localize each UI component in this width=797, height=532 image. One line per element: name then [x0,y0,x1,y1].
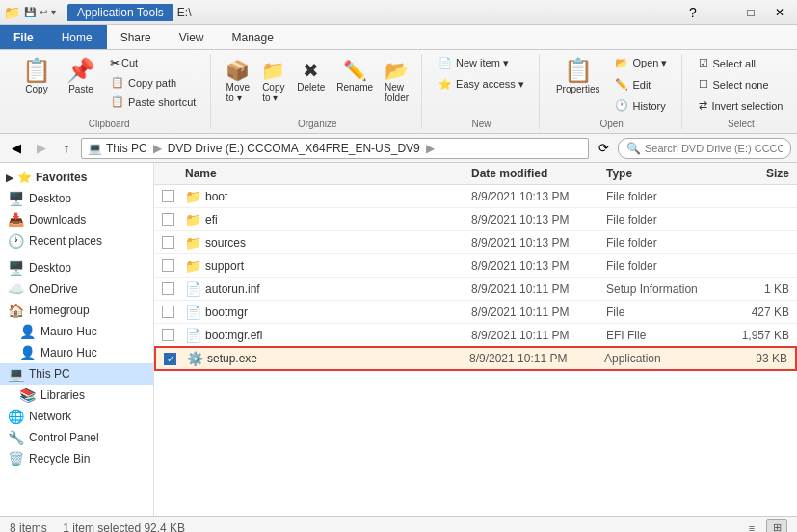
file-name-setup: ⚙️setup.exe [187,351,469,366]
tab-share[interactable]: Share [107,25,166,49]
open-button[interactable]: 📂 Open ▾ [608,54,674,72]
help-button[interactable]: ? [679,3,706,22]
maximize-button[interactable]: □ [737,3,764,22]
mauro1-label: Mauro Huc [40,325,97,338]
checkbox[interactable] [162,213,174,226]
table-row-selected[interactable]: ✓ ⚙️setup.exe 8/9/2021 10:11 PM Applicat… [154,346,797,371]
history-button[interactable]: 🕐 History [608,96,674,115]
table-row[interactable]: 📄bootmgr 8/9/2021 10:11 PM File 427 KB [154,301,797,324]
properties-button[interactable]: 📋 Properties [549,54,607,99]
row-check[interactable] [162,282,185,295]
file-date: 8/9/2021 10:11 PM [471,329,606,342]
table-row[interactable]: 📁support 8/9/2021 10:13 PM File folder [154,254,797,278]
sidebar-item-this-pc[interactable]: 💻 This PC [0,363,153,385]
copy-to-button[interactable]: 📁 Copyto ▾ [256,54,290,108]
table-row[interactable]: 📁boot 8/9/2021 10:13 PM File folder [154,185,797,208]
copy-button[interactable]: 📋 Copy [15,54,58,99]
minimize-button[interactable]: — [708,3,735,22]
path-this-pc: This PC [106,142,147,155]
checkbox[interactable] [162,306,174,318]
table-row[interactable]: 📄bootmgr.efi 8/9/2021 10:11 PM EFI File … [154,324,797,347]
header-name[interactable]: Name [185,167,471,180]
edit-button[interactable]: ✏️ Edit [608,75,674,93]
tab-view[interactable]: View [166,25,219,49]
copy-to-icon: 📁 [261,59,285,82]
invert-selection-button[interactable]: ⇄ Invert selection [692,96,789,115]
sidebar-item-mauro2[interactable]: 👤 Mauro Huc [0,342,153,363]
new-folder-button[interactable]: 📂 Newfolder [380,54,413,108]
status-item-count: 8 items 1 item selected 92.4 KB [10,521,185,533]
control-panel-label: Control Panel [29,431,99,444]
header-date[interactable]: Date modified [471,167,606,180]
sidebar-favorites-header[interactable]: ▶ ⭐ Favorites [0,167,153,188]
ribbon: File Home Share View Manage 📋 Copy 📌 Pas… [0,25,797,134]
sidebar-item-network[interactable]: 🌐 Network [0,406,153,427]
sidebar-item-control-panel[interactable]: 🔧 Control Panel [0,427,153,448]
copy-path-button[interactable]: 📋 Copy path [104,73,202,92]
mauro1-icon: 👤 [19,324,37,339]
new-item-button[interactable]: 📄 New item ▾ [432,54,531,72]
sidebar-item-onedrive[interactable]: ☁️ OneDrive [0,279,153,300]
control-panel-icon: 🔧 [8,430,25,445]
sidebar-item-homegroup[interactable]: 🏠 Homegroup [0,300,153,321]
row-check[interactable] [162,306,185,318]
paste-shortcut-button[interactable]: 📋 Paste shortcut [104,93,202,111]
forward-button[interactable]: ▶ [31,138,52,159]
delete-button[interactable]: ✖ Delete [292,54,330,97]
header-type[interactable]: Type [606,167,722,180]
checkbox[interactable] [162,282,174,295]
select-all-button[interactable]: ☑ Select all [692,54,789,72]
tab-manage[interactable]: Manage [219,25,288,49]
sidebar-item-libraries[interactable]: 📚 Libraries [0,385,153,406]
tab-home[interactable]: Home [48,25,107,49]
move-to-button[interactable]: 📦 Moveto ▾ [221,54,254,108]
organize-items: 📦 Moveto ▾ 📁 Copyto ▾ ✖ Delete ✏️ Rename… [221,54,413,115]
search-box[interactable]: 🔍 [618,138,791,159]
quick-access-icon1[interactable]: 💾 [24,7,36,17]
checkbox-checked[interactable]: ✓ [164,353,176,365]
cut-button[interactable]: ✂ ✂ Cut [104,54,202,72]
list-view-button[interactable]: ≡ [741,519,762,533]
checkbox[interactable] [162,259,174,272]
select-all-icon: ☑ [699,57,708,69]
table-row[interactable]: 📁sources 8/9/2021 10:13 PM File folder [154,231,797,254]
address-path[interactable]: 💻 This PC ▶ DVD Drive (E:) CCCOMA_X64FRE… [81,138,589,159]
rename-button[interactable]: ✏️ Rename [332,54,378,97]
row-check[interactable]: ✓ [164,353,187,365]
clipboard-label: Clipboard [89,117,130,129]
paste-button[interactable]: 📌 Paste [60,54,102,99]
sidebar-item-recycle-bin[interactable]: 🗑️ Recycle Bin [0,448,153,469]
select-none-button[interactable]: ☐ Select none [692,75,789,93]
checkbox[interactable] [162,236,174,249]
path-sep-2: ▶ [426,142,435,155]
sidebar: ▶ ⭐ Favorites 🖥️ Desktop 📥 Downloads 🕐 R… [0,163,154,516]
new-label: New [471,117,491,129]
quick-access-icon2[interactable]: ↩ [40,7,47,17]
detail-view-button[interactable]: ⊞ [766,519,787,533]
tab-file[interactable]: File [0,25,48,49]
sidebar-item-recent[interactable]: 🕐 Recent places [0,230,153,252]
sidebar-item-downloads[interactable]: 📥 Downloads [0,209,153,230]
checkbox[interactable] [162,190,174,202]
checkbox[interactable] [162,329,174,341]
row-check[interactable] [162,259,185,272]
file-icon: 📄 [185,305,201,320]
search-input[interactable] [645,143,783,154]
up-button[interactable]: ↑ [56,138,77,159]
sidebar-item-desktop[interactable]: 🖥️ Desktop [0,257,153,279]
row-check[interactable] [162,190,185,202]
table-row[interactable]: 📁efi 8/9/2021 10:13 PM File folder [154,208,797,231]
quick-access-icon3[interactable]: ▾ [51,7,56,17]
row-check[interactable] [162,236,185,249]
header-size[interactable]: Size [722,167,789,180]
sidebar-item-desktop-fav[interactable]: 🖥️ Desktop [0,188,153,209]
row-check[interactable] [162,213,185,226]
close-button[interactable]: ✕ [766,3,793,22]
easy-access-button[interactable]: ⭐ Easy access ▾ [432,75,531,93]
row-check[interactable] [162,329,185,341]
table-row[interactable]: 📄autorun.inf 8/9/2021 10:11 PM Setup Inf… [154,278,797,301]
path-sep-1: ▶ [153,142,162,155]
back-button[interactable]: ◀ [6,138,27,159]
refresh-button[interactable]: ⟳ [593,138,614,159]
sidebar-item-mauro1[interactable]: 👤 Mauro Huc [0,321,153,342]
